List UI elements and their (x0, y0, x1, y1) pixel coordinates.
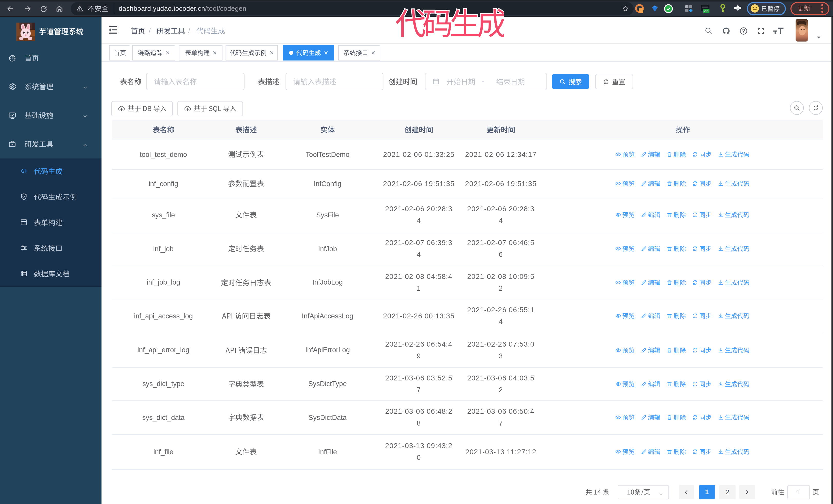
svg-text:1: 1 (640, 8, 642, 13)
svg-text:on: on (704, 9, 709, 13)
